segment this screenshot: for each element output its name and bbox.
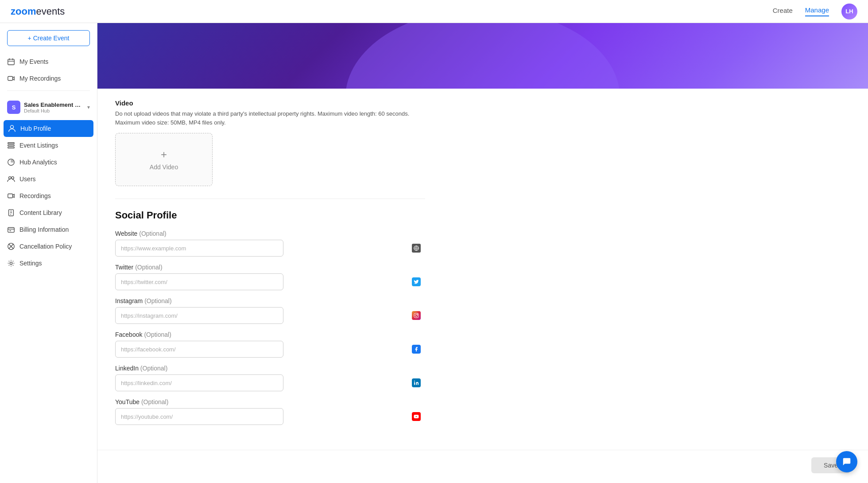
svg-point-8 [12,177,14,179]
linkedin-input-wrapper [115,374,425,391]
facebook-field: Facebook (Optional) [115,331,425,358]
svg-rect-5 [8,147,14,148]
sidebar-label-content-library: Content Library [19,209,62,216]
topnav-right: Create Manage LH [773,4,857,19]
svg-point-17 [417,314,418,315]
sidebar: + Create Event My Events My Recordings S… [0,23,97,483]
website-input-wrapper [115,240,425,257]
instagram-input[interactable] [115,307,283,324]
sidebar-label-billing-information: Billing Information [19,226,69,233]
billing-icon [7,226,15,234]
facebook-input-wrapper [115,341,425,358]
twitter-input-wrapper [115,273,425,290]
sidebar-label-users: Users [19,175,36,183]
website-label: Website (Optional) [115,230,425,237]
linkedin-field: LinkedIn (Optional) [115,365,425,391]
youtube-field: YouTube (Optional) [115,398,425,425]
video-icon [7,74,15,82]
svg-point-16 [415,315,418,317]
sidebar-item-users[interactable]: Users [0,171,97,187]
sidebar-item-billing-information[interactable]: Billing Information [0,221,97,238]
facebook-icon [412,345,421,354]
svg-rect-9 [8,194,13,198]
svg-rect-4 [8,145,14,146]
cancellation-icon [7,242,15,250]
form-footer: Save [97,450,868,480]
hub-sub: Default Hub [24,108,84,113]
sidebar-item-my-recordings[interactable]: My Recordings [0,70,97,87]
chart-icon [7,158,15,166]
section-divider [115,199,425,199]
svg-rect-0 [8,59,14,65]
add-video-plus-icon: + [161,148,167,161]
sidebar-item-cancellation-policy[interactable]: Cancellation Policy [0,238,97,255]
sidebar-label-my-recordings: My Recordings [19,75,61,82]
instagram-icon [412,311,421,320]
manage-link[interactable]: Manage [805,6,829,16]
svg-point-7 [9,177,11,179]
video-section-label: Video [115,99,425,107]
video-section-desc: Do not upload videos that may violate a … [115,109,425,127]
recordings-icon [7,192,15,200]
sidebar-item-hub-profile[interactable]: Hub Profile [4,120,93,137]
svg-rect-11 [8,228,14,233]
website-field: Website (Optional) [115,230,425,257]
list-icon [7,141,15,149]
youtube-input[interactable] [115,408,283,425]
users-icon [7,175,15,183]
form-content: Video Do not upload videos that may viol… [97,89,443,450]
twitter-field: Twitter (Optional) [115,264,425,290]
facebook-label: Facebook (Optional) [115,331,425,338]
website-input[interactable] [115,240,283,257]
banner [97,23,868,89]
linkedin-input[interactable] [115,374,283,391]
sidebar-item-content-library[interactable]: Content Library [0,204,97,221]
logo: zoomevents [11,6,65,17]
linkedin-icon [412,378,421,387]
hub-name: Sales Enablement R... [24,101,84,108]
youtube-input-wrapper [115,408,425,425]
svg-point-13 [10,262,12,264]
twitter-input[interactable] [115,273,283,290]
hub-info: Sales Enablement R... Default Hub [24,101,84,113]
top-navigation: zoomevents Create Manage LH [0,0,868,23]
social-profile-title: Social Profile [115,210,425,221]
user-avatar[interactable]: LH [841,4,857,19]
youtube-icon [412,412,421,421]
file-icon [7,209,15,217]
social-profile-section: Social Profile Website (Optional) [115,210,425,425]
instagram-input-wrapper [115,307,425,324]
facebook-input[interactable] [115,341,283,358]
sidebar-label-cancellation-policy: Cancellation Policy [19,243,72,250]
svg-point-18 [414,381,415,382]
add-video-button[interactable]: + Add Video [115,133,213,186]
add-video-label: Add Video [150,164,178,171]
instagram-field: Instagram (Optional) [115,297,425,324]
globe-icon [412,244,421,253]
instagram-label: Instagram (Optional) [115,297,425,304]
linkedin-label: LinkedIn (Optional) [115,365,425,372]
youtube-label: YouTube (Optional) [115,398,425,405]
create-event-button[interactable]: + Create Event [7,30,90,46]
chat-bubble-button[interactable] [836,451,857,472]
sidebar-item-recordings[interactable]: Recordings [0,187,97,204]
main-layout: + Create Event My Events My Recordings S… [0,23,868,483]
sidebar-item-settings[interactable]: Settings [0,255,97,272]
sidebar-item-hub-analytics[interactable]: Hub Analytics [0,154,97,171]
sidebar-label-settings: Settings [19,260,42,267]
chat-icon [842,457,852,467]
sidebar-label-event-listings: Event Listings [19,142,58,149]
sidebar-item-event-listings[interactable]: Event Listings [0,137,97,154]
create-link[interactable]: Create [773,7,793,16]
person-icon [8,125,16,132]
sidebar-label-my-events: My Events [19,58,48,65]
video-section: Video Do not upload videos that may viol… [115,99,425,186]
chevron-down-icon: ▾ [87,104,90,110]
svg-point-2 [10,125,13,129]
sidebar-label-hub-analytics: Hub Analytics [19,159,57,166]
content-area: Video Do not upload videos that may viol… [97,23,868,483]
sidebar-item-my-events[interactable]: My Events [0,53,97,70]
twitter-icon [412,277,421,286]
gear-icon [7,259,15,267]
hub-selector[interactable]: S Sales Enablement R... Default Hub ▾ [0,96,97,118]
